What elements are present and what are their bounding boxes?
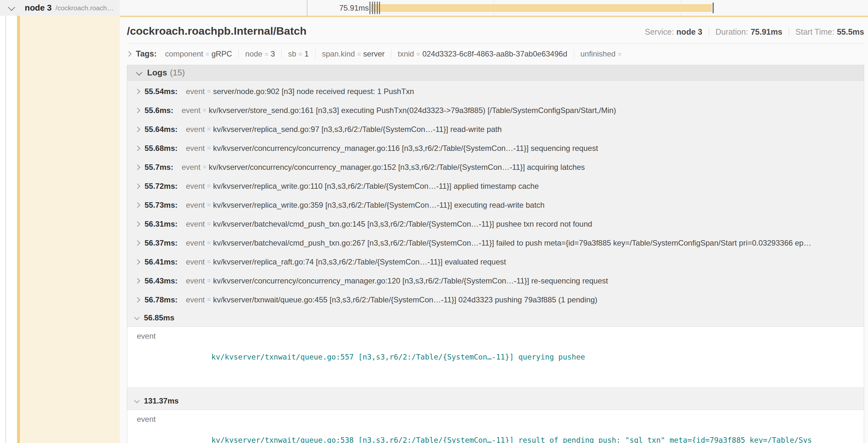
log-value: kv/kvserver/concurrency/concurrency_mana…	[213, 276, 608, 285]
equals-sign: =	[207, 296, 211, 303]
log-timestamp: 55.73ms:	[145, 201, 178, 210]
log-entry[interactable]: 55.54ms: event = server/node.go:902 [n3]…	[127, 82, 864, 101]
chevron-right-icon	[135, 202, 141, 208]
log-entry[interactable]: 55.64ms: event = kv/kvserver/replica_sen…	[127, 120, 864, 139]
log-value: kv/kvserver/concurrency/concurrency_mana…	[213, 144, 598, 153]
log-value: kv/kvserver/batcheval/cmd_push_txn.go:14…	[213, 219, 592, 229]
span-summary: Service:node 3 Duration:75.91ms Start Ti…	[645, 27, 864, 37]
equals-sign: =	[207, 258, 211, 266]
trace-detail-view: node 3 /cockroach.roach… 75.91ms /cockro…	[0, 0, 868, 443]
log-entry[interactable]: 56.41ms: event = kv/kvserver/replica_raf…	[127, 252, 864, 271]
log-entry[interactable]: 55.6ms: event = kv/kvserver/store_send.g…	[127, 101, 864, 120]
log-entry[interactable]: 56.43ms: event = kv/kvserver/concurrency…	[127, 271, 864, 290]
collapse-span-chevron-down-icon[interactable]	[8, 3, 16, 11]
log-key: event	[186, 125, 205, 134]
log-value: kv/kvserver/batcheval/cmd_push_txn.go:26…	[213, 239, 811, 247]
equals-sign: =	[203, 107, 207, 114]
log-key: event	[186, 258, 205, 267]
span-row[interactable]: node 3 /cockroach.roach… 75.91ms	[0, 0, 868, 16]
chevron-right-icon	[135, 259, 141, 265]
log-timestamp: 56.85ms	[144, 313, 175, 322]
equals-sign: =	[207, 144, 211, 152]
log-value: kv/kvserver/replica_write.go:110 [n3,s3,…	[213, 182, 539, 191]
selected-row-highlight	[20, 16, 120, 443]
tag-node: node=3	[239, 49, 281, 59]
chevron-right-icon	[135, 183, 141, 189]
log-entry[interactable]: 55.72ms: event = kv/kvserver/replica_wri…	[127, 176, 864, 196]
service-name: node 3	[25, 3, 52, 13]
log-kv-row: event kv/kvserver/txnwait/queue.go:557 […	[127, 327, 864, 388]
log-value-monospace: kv/kvserver/txnwait/queue.go:538 [n3,s3,…	[211, 414, 812, 443]
summary-duration: Duration:75.91ms	[709, 27, 782, 37]
log-value-monospace: kv/kvserver/txnwait/queue.go:557 [n3,s3,…	[211, 331, 585, 384]
log-timestamp: 56.78ms:	[145, 295, 178, 304]
log-entry[interactable]: 55.68ms: event = kv/kvserver/concurrency…	[127, 139, 864, 158]
equals-sign: =	[207, 277, 211, 284]
log-key: event	[186, 219, 205, 229]
log-value: kv/kvserver/replica_raft.go:74 [n3,s3,r6…	[213, 258, 506, 267]
summary-service: Service:node 3	[645, 27, 702, 37]
left-gutter-line	[5, 16, 6, 443]
log-entry[interactable]: 55.73ms: event = kv/kvserver/replica_wri…	[127, 196, 864, 214]
log-timestamp: 55.72ms:	[145, 182, 178, 191]
log-marker-tick	[377, 2, 378, 14]
log-value: kv/kvserver/txnwait/queue.go:455 [n3,s3,…	[213, 295, 597, 304]
operation-name: /cockroach.roach…	[56, 4, 114, 12]
tag-unfinished: unfinished=	[574, 49, 630, 59]
span-operation-title: /cockroach.roachpb.Internal/Batch	[127, 25, 307, 37]
log-list: 55.54ms: event = server/node.go:902 [n3]…	[127, 80, 864, 443]
log-entry-expanded: 131.37ms event kv/kvserver/txnwait/queue…	[127, 392, 864, 443]
chevron-right-icon	[135, 145, 141, 151]
log-timestamp: 56.43ms:	[145, 276, 178, 285]
log-entry-expanded: 56.85ms event kv/kvserver/txnwait/queue.…	[127, 309, 864, 388]
chevron-right-icon	[135, 89, 141, 94]
logs-accordion: Logs (15) 55.54ms: event = server/node.g…	[127, 65, 864, 443]
logs-count: (15)	[170, 68, 185, 78]
chevron-right-icon	[135, 221, 141, 227]
log-key: event	[182, 163, 200, 172]
log-timestamp: 131.37ms	[144, 397, 179, 405]
log-marker-tick	[372, 2, 373, 14]
detail-header: /cockroach.roachpb.Internal/Batch Servic…	[127, 17, 864, 44]
log-value: kv/kvserver/replica_write.go:359 [n3,s3,…	[213, 201, 545, 210]
span-bar[interactable]	[371, 4, 712, 12]
tag-component: component=gRPC	[159, 49, 239, 59]
chevron-right-icon	[135, 240, 141, 246]
log-marker-tick	[374, 2, 375, 14]
equals-sign: =	[207, 239, 211, 246]
chevron-down-icon	[134, 315, 140, 320]
log-key: event	[186, 239, 205, 247]
span-duration-label: 75.91ms	[308, 0, 369, 16]
chevron-right-icon	[135, 164, 141, 170]
log-entry[interactable]: 131.37ms	[127, 392, 864, 410]
span-color-accent-strip	[17, 0, 20, 443]
log-entry[interactable]: 56.85ms	[127, 309, 864, 327]
log-key: event	[186, 201, 205, 210]
chevron-right-icon	[135, 278, 141, 283]
log-value: server/node.go:902 [n3] node received re…	[213, 87, 414, 96]
log-key: event	[186, 295, 205, 304]
log-entry[interactable]: 56.78ms: event = kv/kvserver/txnwait/que…	[127, 290, 864, 309]
equals-sign: =	[203, 163, 207, 171]
log-key: event	[127, 331, 211, 384]
log-entry[interactable]: 56.37ms: event = kv/kvserver/batcheval/c…	[127, 233, 864, 252]
chevron-right-icon	[135, 127, 141, 132]
tags-label: Tags:	[136, 49, 157, 59]
tag-txnid: txnid=024d3323-6c8f-4863-aa8b-37ab0e6349…	[391, 49, 574, 59]
log-timestamp: 56.37ms:	[145, 239, 178, 247]
log-entry[interactable]: 55.7ms: event = kv/kvserver/concurrency/…	[127, 158, 864, 176]
log-marker-tick	[379, 2, 380, 14]
span-name-cell[interactable]: node 3 /cockroach.roach…	[0, 0, 120, 16]
logs-accordion-header[interactable]: Logs (15)	[127, 65, 864, 80]
log-key: event	[186, 87, 205, 96]
chevron-down-icon	[136, 69, 142, 75]
equals-sign: =	[207, 220, 211, 228]
equals-sign: =	[207, 201, 211, 209]
tag-span-kind: span.kind=server	[315, 49, 391, 59]
log-timestamp: 55.54ms:	[145, 87, 178, 96]
column-resize-divider[interactable]	[307, 0, 307, 16]
tags-accordion-header[interactable]: Tags: component=gRPC node=3 sb=1 span.ki…	[127, 44, 868, 63]
log-entry[interactable]: 56.31ms: event = kv/kvserver/batcheval/c…	[127, 214, 864, 233]
log-timestamp: 56.31ms:	[145, 219, 178, 229]
log-timestamp: 55.64ms:	[145, 125, 178, 134]
